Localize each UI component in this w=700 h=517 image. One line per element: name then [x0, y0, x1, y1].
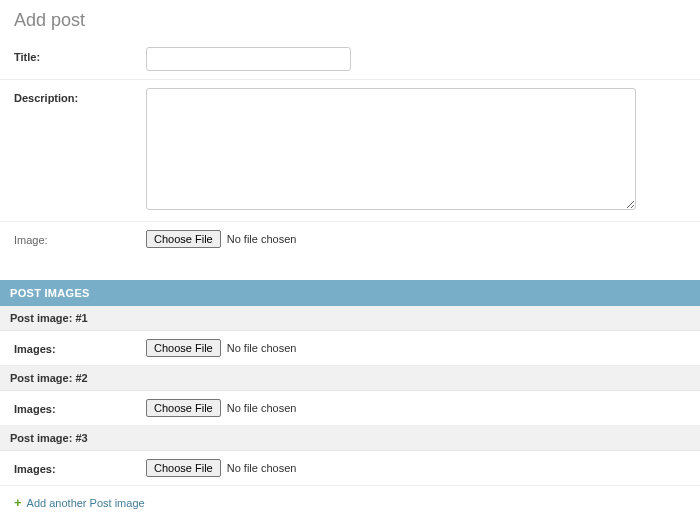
inline-item-2-choose-file-button[interactable]: Choose File: [146, 399, 221, 417]
plus-icon: +: [14, 496, 22, 509]
inline-item-3-label: Images:: [14, 459, 146, 475]
field-row-title: Title:: [0, 39, 700, 80]
inline-item-1-label: Images:: [14, 339, 146, 355]
inline-item-3-choose-file-button[interactable]: Choose File: [146, 459, 221, 477]
inline-item-3-file-widget: Choose File No file chosen: [146, 459, 296, 477]
inline-subheader-2: Post image: #2: [0, 366, 700, 391]
field-row-image: Image: Choose File No file chosen: [0, 222, 700, 256]
inline-heading: POST IMAGES: [0, 280, 700, 306]
inline-item-1-choose-file-button[interactable]: Choose File: [146, 339, 221, 357]
page-title: Add post: [0, 0, 700, 39]
image-choose-file-button[interactable]: Choose File: [146, 230, 221, 248]
description-textarea[interactable]: [146, 88, 636, 210]
add-another-label: Add another Post image: [27, 497, 145, 509]
field-row-description: Description:: [0, 80, 700, 222]
inline-subheader-3: Post image: #3: [0, 426, 700, 451]
image-file-widget: Choose File No file chosen: [146, 230, 296, 248]
image-file-status: No file chosen: [227, 233, 297, 245]
add-another-link[interactable]: + Add another Post image: [14, 496, 145, 509]
inline-item-3-file-status: No file chosen: [227, 462, 297, 474]
inline-item-2-file-status: No file chosen: [227, 402, 297, 414]
inline-subheader-1: Post image: #1: [0, 306, 700, 331]
inline-item-1-file-widget: Choose File No file chosen: [146, 339, 296, 357]
image-label: Image:: [14, 230, 146, 246]
add-another-row: + Add another Post image: [0, 486, 700, 517]
inline-item-1-file-status: No file chosen: [227, 342, 297, 354]
title-label: Title:: [14, 47, 146, 63]
title-input[interactable]: [146, 47, 351, 71]
description-label: Description:: [14, 88, 146, 104]
inline-item-2-row: Images: Choose File No file chosen: [0, 391, 700, 426]
inline-item-1-row: Images: Choose File No file chosen: [0, 331, 700, 366]
inline-item-2-file-widget: Choose File No file chosen: [146, 399, 296, 417]
inline-item-3-row: Images: Choose File No file chosen: [0, 451, 700, 486]
inline-item-2-label: Images:: [14, 399, 146, 415]
